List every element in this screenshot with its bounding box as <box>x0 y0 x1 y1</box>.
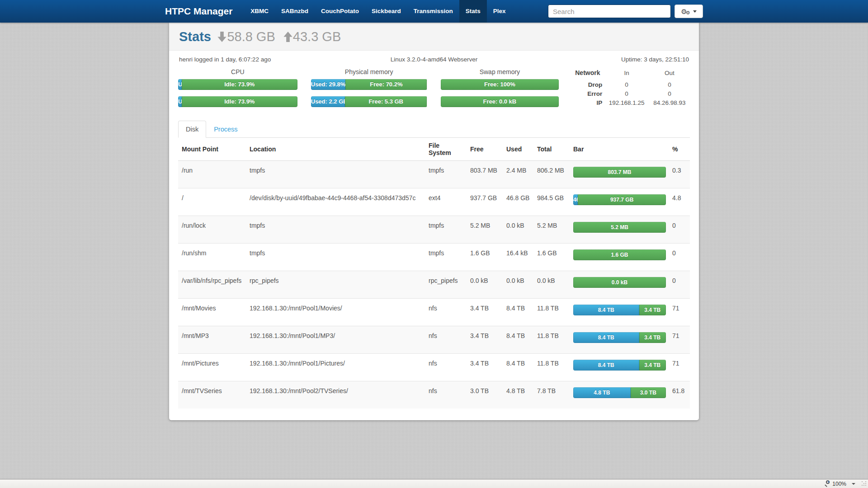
bar-used-segment: Used: 2.2 GB <box>311 96 345 107</box>
search-input[interactable] <box>548 5 671 18</box>
cpu-title: CPU <box>178 68 297 75</box>
bar-free-segment: Idle: 73.9% <box>182 79 297 90</box>
upload-arrow-icon <box>283 32 292 42</box>
system-widgets: CPU U Idle: 73.9% U Idle: 73.9% Physical… <box>169 66 699 113</box>
bar-free-segment: 1.6 GB <box>573 249 666 260</box>
bar-used-segment: U <box>178 96 182 107</box>
settings-button[interactable]: ⚙ ⚙ <box>675 5 703 18</box>
network-widget: Network In Out Drop 0 0 Error 0 0 IP 192… <box>575 68 690 113</box>
window-resize-grip[interactable] <box>862 481 867 487</box>
physical-memory-bar-2: Used: 2.2 GB Free: 5.3 GB <box>311 96 427 107</box>
network-col-in: In <box>604 68 649 80</box>
os-info: Linux 3.2.0-4-amd64 Webserver <box>349 56 519 63</box>
top-navbar: HTPC Manager XBMC SABnzbd CouchPotato Si… <box>0 0 868 23</box>
chevron-down-icon <box>693 10 697 13</box>
network-row-ip: IP 192.168.1.25 84.26.98.93 <box>575 99 690 108</box>
zoom-level: 100% <box>832 481 846 487</box>
bar-used-segment: 4.8 TB <box>573 387 631 398</box>
usage-bar: 8.4 TB 3.4 TB <box>573 305 666 315</box>
cpu-widget: CPU U Idle: 73.9% U Idle: 73.9% <box>178 68 297 113</box>
bar-free-segment: Idle: 73.9% <box>182 96 297 107</box>
usage-bar: 803.7 MB <box>573 167 666 178</box>
page-title: Stats <box>179 29 211 44</box>
disk-table: Mount Point Location File System Free Us… <box>178 138 690 408</box>
upload-total: 43.3 GB <box>293 29 341 44</box>
bar-free-segment: Free: 100% <box>441 79 559 90</box>
bar-free-segment: 0.0 kB <box>573 277 666 288</box>
bar-free-segment: Free: 70.2% <box>345 79 427 90</box>
magnifier-icon: + <box>824 480 831 487</box>
table-row: /run/lock tmpfs tmpfs 5.2 MB 0.0 kB 5.2 … <box>178 216 690 244</box>
usage-bar: 46 937.7 GB <box>573 194 666 205</box>
nav-item-transmission[interactable]: Transmission <box>407 0 459 23</box>
bar-free-segment: 3.4 TB <box>639 360 666 371</box>
browser-zoom-control[interactable]: + 100% <box>824 480 855 487</box>
physical-memory-title: Physical memory <box>311 68 427 75</box>
bar-used-segment: 46 <box>573 194 578 205</box>
gear-icon: ⚙ <box>686 10 690 15</box>
network-row-drop: Drop 0 0 <box>575 80 690 89</box>
table-row: /run/shm tmpfs tmpfs 1.6 GB 16.4 kB 1.6 … <box>178 244 690 271</box>
network-row-error: Error 0 0 <box>575 89 690 99</box>
usage-bar: 5.2 MB <box>573 222 666 233</box>
bar-free-segment: 803.7 MB <box>573 167 666 178</box>
nav-item-stats[interactable]: Stats <box>459 0 487 23</box>
bandwidth-summary: 58.8 GB 43.3 GB <box>213 29 341 44</box>
usage-bar: 0.0 kB <box>573 277 666 288</box>
nav-item-sickbeard[interactable]: Sickbeard <box>365 0 407 23</box>
app-brand[interactable]: HTPC Manager <box>165 0 244 23</box>
bar-used-segment: 8.4 TB <box>573 305 639 315</box>
tab-bar: Disk Process <box>178 121 690 138</box>
tab-disk[interactable]: Disk <box>178 121 206 138</box>
stats-panel: Stats 58.8 GB 43.3 GB henri logged in 1 … <box>169 23 699 420</box>
usage-bar: 8.4 TB 3.4 TB <box>573 332 666 343</box>
bar-free-segment: 3.4 TB <box>639 305 666 315</box>
nav-item-xbmc[interactable]: XBMC <box>244 0 275 23</box>
cpu-bar-1: U Idle: 73.9% <box>178 79 297 90</box>
logged-in-status: henri logged in 1 day, 6:07:22 ago <box>179 56 349 63</box>
bar-free-segment: Free: 0.0 kB <box>441 96 559 107</box>
bar-free-segment: 3.0 TB <box>631 387 666 398</box>
cpu-bar-2: U Idle: 73.9% <box>178 96 297 107</box>
download-total: 58.8 GB <box>227 29 275 44</box>
swap-bar-1: Free: 100% <box>441 79 559 90</box>
bar-free-segment: Free: 5.3 GB <box>345 96 427 107</box>
nav-item-couchpotato[interactable]: CouchPotato <box>315 0 365 23</box>
physical-memory-widget: Physical memory Used: 29.8% Free: 70.2% … <box>311 68 427 113</box>
chevron-down-icon <box>852 483 855 485</box>
usage-bar: 4.8 TB 3.0 TB <box>573 387 666 398</box>
table-row: /mnt/Movies 192.168.1.30:/mnt/Pool1/Movi… <box>178 299 690 326</box>
bar-free-segment: 3.4 TB <box>639 332 666 343</box>
nav-item-sabnzbd[interactable]: SABnzbd <box>275 0 315 23</box>
physical-memory-bar-1: Used: 29.8% Free: 70.2% <box>311 79 427 90</box>
download-arrow-icon <box>217 32 226 42</box>
table-row: /run tmpfs tmpfs 803.7 MB 2.4 MB 806.2 M… <box>178 161 690 188</box>
table-row: /mnt/TVSeries 192.168.1.30:/mnt/Pool2/TV… <box>178 381 690 409</box>
swap-bar-2: Free: 0.0 kB <box>441 96 559 107</box>
tab-process[interactable]: Process <box>206 121 245 138</box>
uptime-info: Uptime: 3 days, 22:51:10 <box>519 56 689 63</box>
usage-bar: 1.6 GB <box>573 249 666 260</box>
bar-free-segment: 5.2 MB <box>573 222 666 233</box>
table-row: /mnt/Pictures 192.168.1.30:/mnt/Pool1/Pi… <box>178 354 690 381</box>
table-row: /var/lib/nfs/rpc_pipefs rpc_pipefs rpc_p… <box>178 271 690 299</box>
bar-used-segment: 8.4 TB <box>573 360 639 371</box>
browser-status-bar: + 100% <box>0 479 868 488</box>
bar-used-segment: U <box>178 79 182 90</box>
bar-used-segment: 8.4 TB <box>573 332 639 343</box>
network-col-out: Out <box>649 68 690 80</box>
bar-free-segment: 937.7 GB <box>578 194 666 205</box>
swap-memory-title: Swap memory <box>441 68 559 75</box>
swap-memory-widget: Swap memory Free: 100% Free: 0.0 kB <box>441 68 559 113</box>
main-nav: XBMC SABnzbd CouchPotato Sickbeard Trans… <box>244 0 548 23</box>
nav-item-plex[interactable]: Plex <box>487 0 512 23</box>
page-header: Stats 58.8 GB 43.3 GB <box>169 23 699 51</box>
network-title: Network <box>575 68 604 80</box>
disk-table-header: Mount Point Location File System Free Us… <box>178 138 690 161</box>
status-row: henri logged in 1 day, 6:07:22 ago Linux… <box>169 51 699 66</box>
table-row: / /dev/disk/by-uuid/49fbabae-44c9-4468-a… <box>178 188 690 216</box>
usage-bar: 8.4 TB 3.4 TB <box>573 360 666 371</box>
table-row: /mnt/MP3 192.168.1.30:/mnt/Pool1/MP3/ nf… <box>178 326 690 354</box>
bar-used-segment: Used: 29.8% <box>311 79 346 90</box>
